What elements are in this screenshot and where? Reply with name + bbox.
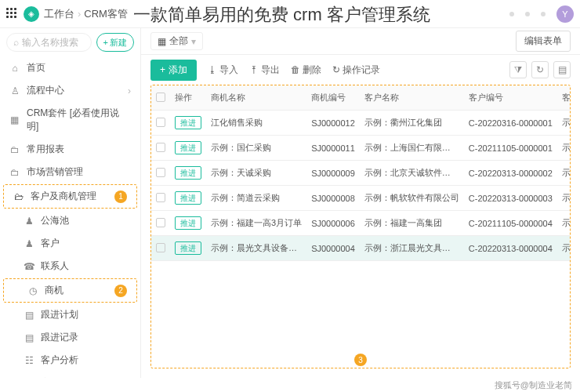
bell-icon[interactable]: [525, 12, 530, 16]
flow-icon: ♙: [9, 85, 20, 96]
nav-flow[interactable]: ♙流程中心›: [0, 79, 140, 102]
push-button[interactable]: 推进: [175, 166, 201, 180]
cell-cust: 示例：北京天诚软件…: [360, 161, 464, 186]
cell-contact: 示例：赵仁民: [557, 111, 571, 136]
nav-oppty[interactable]: ◷商机2: [3, 278, 137, 303]
list-icon: ▤: [24, 332, 34, 343]
chevron-down-icon: ▾: [191, 36, 196, 47]
add-button[interactable]: +添加: [150, 60, 197, 81]
new-button[interactable]: +新建: [96, 33, 134, 52]
main: ▦全部▾ 编辑表单 +添加 ⭳导入 ⭱导出 🗑删除 ↻操作记录 ⧩ ↻ ▤: [141, 28, 580, 378]
cell-cust-code: C-20211105-0000004: [464, 211, 557, 236]
cell-cust-code: C-20220316-0000001: [464, 111, 557, 136]
select-all-checkbox[interactable]: [156, 93, 165, 102]
refresh-button[interactable]: ↻: [531, 61, 549, 78]
footer: 搜狐号@制造业老简: [0, 378, 580, 392]
filter-button[interactable]: ⧩: [509, 61, 527, 78]
search-input[interactable]: ⌕ 输入名称搜索: [6, 33, 92, 52]
table-row[interactable]: 推进 江化销售采购 SJ0000012 示例：衢州江化集团 C-20220316…: [151, 111, 571, 136]
view-selector[interactable]: ▦全部▾: [150, 32, 203, 50]
table-row[interactable]: 推进 示例：晨光文具设备… SJ0000004 示例：浙江晨光文具… C-202…: [151, 236, 571, 261]
cell-contact: 示例：王宁: [557, 211, 571, 236]
row-checkbox[interactable]: [156, 218, 165, 227]
nav-cust-analysis[interactable]: ☷客户分析: [0, 349, 140, 372]
clock-icon: ↻: [332, 64, 340, 75]
cell-name: 示例：国仁采购: [206, 136, 306, 161]
cell-code: SJ0000004: [306, 236, 360, 261]
cell-name: 示例：福建一高3月订单: [206, 211, 306, 236]
apps-grid-icon[interactable]: [6, 8, 19, 20]
cell-cust: 示例：福建一高集团: [360, 211, 464, 236]
cell-code: SJ0000006: [306, 211, 360, 236]
cell-cust-code: C-20211105-0000001: [464, 136, 557, 161]
badge-3: 3: [354, 354, 367, 366]
data-table: 操作 商机名称 商机编号 客户名称 客户编号 客户联系人 推进 江化销售采购 S…: [151, 85, 571, 261]
cell-cust-code: C-20220313-0000003: [464, 186, 557, 211]
folder-icon: 🗀: [9, 167, 20, 178]
list-icon: ▤: [24, 310, 34, 321]
table-row[interactable]: 推进 示例：天诚采购 SJ0000009 示例：北京天诚软件… C-202203…: [151, 161, 571, 186]
export-button[interactable]: ⭱导出: [249, 64, 280, 77]
nav-follow-record[interactable]: ▤跟进记录: [0, 326, 140, 349]
push-button[interactable]: 推进: [175, 241, 201, 255]
nav-oppty-analysis[interactable]: ☷商机分析: [0, 372, 140, 378]
nav-customer[interactable]: ♟客户: [0, 232, 140, 255]
delete-button[interactable]: 🗑删除: [291, 64, 321, 77]
cell-name: 示例：简道云采购: [206, 186, 306, 211]
cell-cust: 示例：上海国仁有限…: [360, 136, 464, 161]
breadcrumb-root[interactable]: 工作台: [44, 7, 74, 21]
grid-icon: ▦: [158, 36, 166, 47]
app-logo: ◈: [24, 6, 39, 22]
search-icon: ⌕: [13, 37, 19, 48]
row-checkbox[interactable]: [156, 193, 165, 202]
home-icon: ⌂: [9, 63, 20, 74]
import-button[interactable]: ⭳导入: [208, 64, 238, 77]
trash-icon: 🗑: [291, 64, 300, 75]
cell-cust: 示例：衢州江化集团: [360, 111, 464, 136]
row-checkbox[interactable]: [156, 143, 165, 152]
cell-name: 示例：天诚采购: [206, 161, 306, 186]
nav-follow-plan[interactable]: ▤跟进计划: [0, 303, 140, 326]
cell-code: SJ0000009: [306, 161, 360, 186]
push-button[interactable]: 推进: [175, 191, 201, 205]
notification-icon[interactable]: [509, 12, 514, 16]
sidebar: ⌕ 输入名称搜索 +新建 ⌂首页 ♙流程中心› ▦CRM套件 [必看使用说明] …: [0, 28, 141, 378]
table-row[interactable]: 推进 示例：国仁采购 SJ0000011 示例：上海国仁有限… C-202111…: [151, 136, 571, 161]
user-icon: ♟: [24, 238, 34, 249]
push-button[interactable]: 推进: [175, 141, 201, 154]
cell-cust-code: C-20220313-0000004: [464, 236, 557, 261]
push-button[interactable]: 推进: [175, 116, 201, 129]
cell-cust: 示例：浙江晨光文具…: [360, 236, 464, 261]
table-row[interactable]: 推进 示例：简道云采购 SJ0000008 示例：帆软软件有限公司 C-2022…: [151, 186, 571, 211]
help-icon[interactable]: [541, 12, 546, 16]
table-row[interactable]: 推进 示例：福建一高3月订单 SJ0000006 示例：福建一高集团 C-202…: [151, 211, 571, 236]
badge-1: 1: [114, 191, 127, 203]
cell-name: 江化销售采购: [206, 111, 306, 136]
cell-contact: 示例：王立: [557, 186, 571, 211]
avatar[interactable]: Y: [556, 5, 574, 23]
row-checkbox[interactable]: [156, 118, 165, 127]
chart-icon: ☷: [24, 355, 34, 366]
page-headline: 一款简单易用的免费 crm 客户管理系统: [133, 3, 430, 27]
history-button[interactable]: ↻操作记录: [332, 64, 380, 77]
oppty-icon: ◷: [27, 285, 38, 296]
row-checkbox[interactable]: [156, 168, 165, 177]
nav-customer-oppty[interactable]: 🗁客户及商机管理1: [3, 184, 137, 209]
import-icon: ⭳: [208, 64, 217, 75]
nav-marketing[interactable]: 🗀市场营销管理: [0, 161, 140, 183]
edit-form-button[interactable]: 编辑表单: [516, 31, 571, 52]
cell-cust-code: C-20220313-0000002: [464, 161, 557, 186]
cell-contact: 示例：李清海: [557, 161, 571, 186]
nav-home[interactable]: ⌂首页: [0, 56, 140, 79]
row-checkbox[interactable]: [156, 243, 165, 252]
cell-code: SJ0000012: [306, 111, 360, 136]
breadcrumb-leaf[interactable]: CRM客管: [84, 7, 128, 21]
columns-button[interactable]: ▤: [553, 61, 571, 78]
users-icon: ♟: [24, 216, 34, 227]
nav-contact[interactable]: ☎联系人: [0, 255, 140, 278]
nav-pool[interactable]: ♟公海池: [0, 209, 140, 232]
nav-crm-suite[interactable]: ▦CRM套件 [必看使用说明]: [0, 102, 140, 138]
cell-code: SJ0000008: [306, 186, 360, 211]
push-button[interactable]: 推进: [175, 216, 201, 230]
nav-reports[interactable]: 🗀常用报表: [0, 138, 140, 161]
